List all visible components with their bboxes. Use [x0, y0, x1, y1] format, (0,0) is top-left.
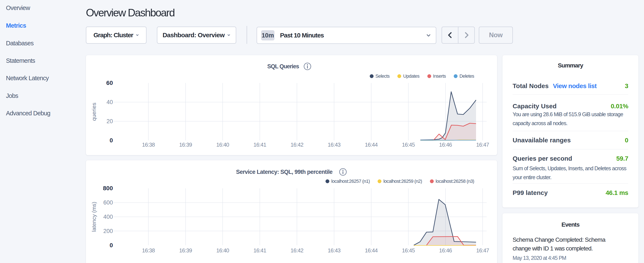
svg-text:16:47: 16:47 — [476, 141, 489, 148]
svg-text:16:45: 16:45 — [402, 141, 415, 148]
svg-text:16:39: 16:39 — [179, 141, 192, 148]
svg-text:16:44: 16:44 — [365, 141, 378, 148]
svg-text:0: 0 — [110, 137, 113, 144]
svg-text:16:44: 16:44 — [365, 247, 378, 254]
svg-text:400: 400 — [103, 214, 113, 220]
svg-text:16:46: 16:46 — [439, 247, 452, 254]
svg-text:16:43: 16:43 — [328, 247, 340, 254]
svg-text:16:47: 16:47 — [476, 247, 489, 254]
svg-text:latency (ms): latency (ms) — [91, 202, 97, 232]
svg-text:16:45: 16:45 — [402, 247, 415, 254]
svg-text:0: 0 — [110, 242, 113, 248]
svg-text:16:42: 16:42 — [291, 247, 304, 254]
svg-text:16:38: 16:38 — [142, 247, 155, 254]
svg-text:queries: queries — [91, 103, 97, 121]
svg-text:16:40: 16:40 — [216, 141, 229, 148]
svg-text:800: 800 — [103, 185, 113, 191]
svg-text:60: 60 — [106, 80, 113, 86]
svg-text:16:39: 16:39 — [179, 247, 192, 254]
svg-text:16:41: 16:41 — [254, 141, 266, 148]
svg-text:16:46: 16:46 — [439, 141, 452, 148]
svg-text:20: 20 — [106, 118, 113, 124]
svg-text:16:42: 16:42 — [291, 141, 304, 148]
svg-text:16:38: 16:38 — [142, 141, 155, 148]
svg-text:16:43: 16:43 — [328, 141, 340, 148]
svg-text:200: 200 — [103, 228, 113, 234]
svg-text:40: 40 — [106, 99, 113, 105]
svg-text:16:40: 16:40 — [216, 247, 229, 254]
svg-text:600: 600 — [103, 199, 113, 206]
svg-text:16:41: 16:41 — [254, 247, 266, 254]
